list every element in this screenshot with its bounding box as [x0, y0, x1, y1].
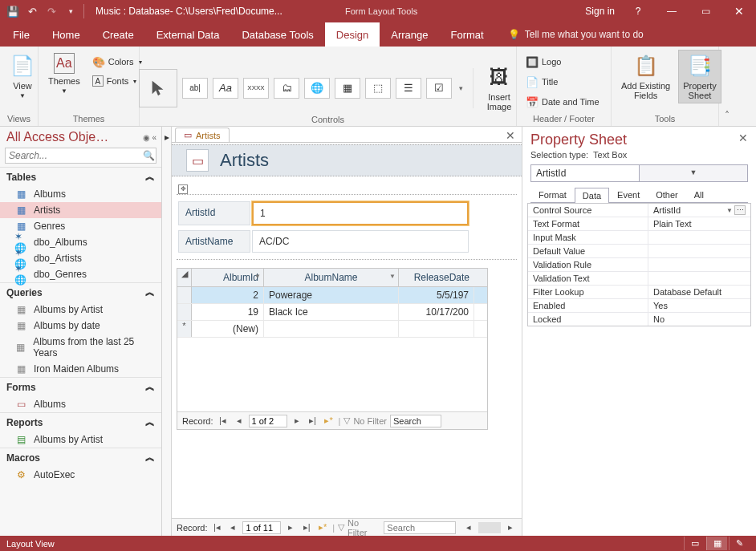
builder-icon[interactable]: ⋯ — [734, 205, 746, 215]
prev-record-icon[interactable]: ◂ — [233, 415, 246, 426]
restore-button[interactable]: ▭ — [689, 0, 722, 22]
field-label-artistid[interactable]: ArtistId — [178, 201, 250, 225]
cell-albumid[interactable]: 2 — [192, 287, 264, 303]
cell-empty[interactable] — [399, 321, 474, 337]
logo-button[interactable]: 🔲Logo — [522, 53, 565, 71]
chevron-down-icon[interactable]: ▼ — [639, 165, 747, 181]
nav-item-artists[interactable]: ▦Artists — [0, 202, 161, 218]
form-search-input[interactable] — [384, 521, 456, 534]
cell-releasedate[interactable]: 10/17/200 — [399, 304, 474, 320]
undo-icon[interactable]: ↶ — [24, 3, 40, 19]
property-value[interactable]: Plain Text — [648, 217, 750, 230]
navigation-tool[interactable]: ▦ — [335, 78, 360, 99]
new-record-icon[interactable]: ▸* — [316, 522, 329, 533]
prop-tab-all[interactable]: All — [686, 187, 712, 202]
field-label-artistname[interactable]: ArtistName — [178, 230, 250, 253]
subform-new-row[interactable]: * (New) — [177, 321, 487, 338]
tab-format[interactable]: Format — [440, 22, 495, 47]
nav-item-query[interactable]: ▦Albums from the last 25 Years — [0, 334, 161, 361]
minimize-button[interactable]: ― — [655, 0, 689, 22]
property-value[interactable] — [648, 272, 750, 285]
cell-new[interactable]: (New) — [192, 321, 264, 337]
themes-button[interactable]: Aa Themes ▼ — [43, 50, 85, 99]
tab-create[interactable]: Create — [91, 22, 145, 47]
shutter-bar[interactable]: ▸ — [162, 127, 172, 536]
nav-section-macros[interactable]: Macros︽ — [0, 448, 161, 467]
list-box-tool[interactable]: ☰ — [396, 78, 421, 99]
close-property-sheet-icon[interactable]: ✕ — [738, 132, 748, 144]
prop-tab-other[interactable]: Other — [648, 187, 686, 202]
subform-row[interactable]: 19 Black Ice 10/17/200 — [177, 304, 487, 321]
field-value-artistid[interactable]: 1 — [252, 201, 469, 225]
property-sheet-button[interactable]: 📑 Property Sheet — [678, 50, 721, 103]
prop-tab-data[interactable]: Data — [575, 188, 609, 203]
hscroll-track[interactable] — [478, 522, 501, 533]
next-record-icon[interactable]: ▸ — [284, 522, 297, 533]
colors-button[interactable]: 🎨 Colors▾ — [88, 53, 146, 71]
collapse-ribbon-icon[interactable]: ˄ — [719, 47, 735, 126]
button-tool[interactable]: XXXX — [243, 78, 269, 99]
property-row[interactable]: LockedNo — [528, 312, 750, 326]
property-value[interactable] — [648, 245, 750, 257]
tab-file[interactable]: File — [2, 22, 41, 47]
subform-albums[interactable]: ◢ AlbumId▼ AlbumName▼ ReleaseDate 2 Powe… — [177, 268, 488, 430]
scroll-right-icon[interactable]: ▸ — [504, 522, 517, 533]
layout-select-handle[interactable]: ✥ — [178, 184, 188, 194]
last-record-icon[interactable]: ▸| — [307, 415, 319, 426]
nav-section-tables[interactable]: Tables︽ — [0, 167, 161, 186]
combo-box-tool[interactable]: ⬚ — [365, 78, 391, 99]
label-tool[interactable]: Aa — [213, 78, 238, 99]
controls-more-icon[interactable]: ▾ — [457, 84, 465, 92]
qat-customize-icon[interactable]: ▾ — [63, 3, 79, 19]
search-icon[interactable]: 🔍 — [141, 150, 156, 161]
nav-item-dbo-genres[interactable]: ✶🌐dbo_Genres — [0, 266, 161, 282]
property-value[interactable] — [648, 258, 750, 271]
form-view-icon[interactable]: ▭ — [684, 537, 705, 550]
field-value-artistname[interactable]: AC/DC — [252, 230, 469, 253]
help-icon[interactable]: ? — [621, 0, 655, 22]
form-header[interactable]: ▭ Artists — [172, 144, 522, 176]
property-value[interactable]: ArtistId▼⋯ — [648, 204, 750, 217]
next-record-icon[interactable]: ▸ — [291, 415, 303, 426]
chevron-down-icon[interactable]: ▼ — [726, 207, 733, 214]
property-row[interactable]: Default Value — [528, 244, 750, 257]
nav-item-albums[interactable]: ▦Albums — [0, 186, 161, 202]
document-tab-artists[interactable]: ▭ Artists — [175, 128, 230, 142]
record-position-input[interactable] — [242, 521, 281, 534]
property-row[interactable]: EnabledYes — [528, 298, 750, 312]
close-document-icon[interactable]: ✕ — [499, 129, 522, 142]
nav-item-query[interactable]: ▦Albums by date — [0, 318, 161, 334]
property-row[interactable]: Filter LookupDatabase Default — [528, 285, 750, 298]
fonts-button[interactable]: A Fonts▾ — [88, 73, 146, 89]
property-row[interactable]: Text FormatPlain Text — [528, 217, 750, 230]
col-albumid[interactable]: AlbumId▼ — [192, 269, 264, 286]
tab-home[interactable]: Home — [41, 22, 91, 47]
subform-search-input[interactable]: Search — [390, 415, 441, 427]
filter-icon[interactable]: ▽ — [338, 522, 344, 533]
cell-albumname[interactable]: Black Ice — [264, 304, 399, 320]
property-row[interactable]: Validation Text — [528, 271, 750, 285]
cell-releasedate[interactable]: 5/5/197 — [399, 287, 474, 303]
prev-record-icon[interactable]: ◂ — [226, 522, 239, 533]
nav-title[interactable]: All Access Obje… — [6, 130, 108, 144]
tab-database-tools[interactable]: Database Tools — [230, 22, 324, 47]
tab-external-data[interactable]: External Data — [145, 22, 231, 47]
layout-view-icon[interactable]: ▦ — [706, 537, 727, 550]
chevron-down-icon[interactable]: ▼ — [389, 273, 396, 280]
close-button[interactable]: ✕ — [722, 0, 756, 22]
property-row[interactable]: Validation Rule — [528, 257, 750, 271]
col-albumname[interactable]: AlbumName▼ — [264, 269, 399, 286]
property-value[interactable]: Yes — [648, 299, 750, 312]
prop-tab-event[interactable]: Event — [609, 187, 648, 202]
nav-search[interactable]: 🔍 — [5, 148, 156, 164]
redo-icon[interactable]: ↷ — [43, 3, 59, 19]
cell-albumname[interactable]: Powerage — [264, 287, 399, 303]
title-button[interactable]: 📄Title — [522, 73, 562, 91]
checkbox-tool[interactable]: ☑ — [426, 78, 452, 99]
hyperlink-tool[interactable]: 🌐 — [304, 78, 330, 99]
datetime-button[interactable]: 📅Date and Time — [522, 93, 604, 111]
insert-image-button[interactable]: 🖼 Insert Image — [482, 61, 517, 115]
col-releasedate[interactable]: ReleaseDate — [399, 269, 474, 286]
nav-item-query[interactable]: ▦Iron Maiden Albums — [0, 361, 161, 377]
scroll-left-icon[interactable]: ◂ — [462, 522, 475, 533]
